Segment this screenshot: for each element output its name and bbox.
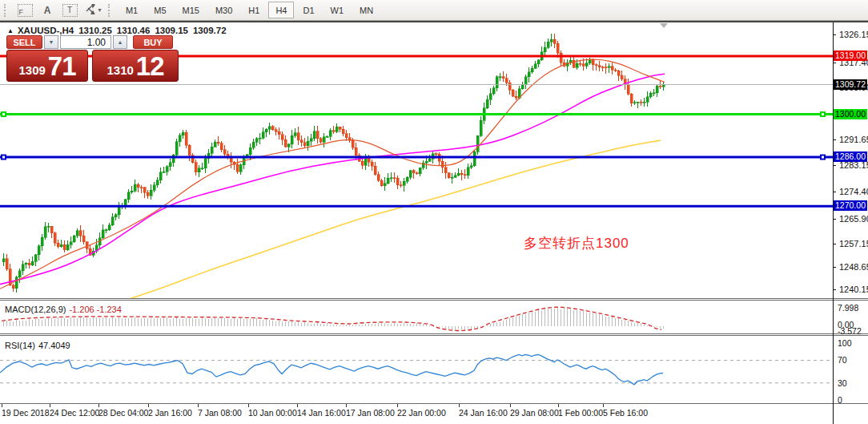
toolbar-grip-2[interactable] xyxy=(108,4,114,17)
fibonacci-tool-icon: F xyxy=(18,4,33,17)
price-tick-label: 1240.15 xyxy=(839,285,868,294)
price-tick-label: 1291.65 xyxy=(839,135,868,144)
timeframe-button-m5[interactable]: M5 xyxy=(147,2,173,18)
symbol-name: XAUUSD-,H4 xyxy=(18,26,74,35)
chart-shift-marker-icon[interactable] xyxy=(660,23,668,28)
time-label: 2 Jan 16:00 xyxy=(148,408,192,418)
text-tool-icon: A xyxy=(44,5,51,16)
toolbar: F A T ▼ M1M5M15M30H1H4D1W1MN xyxy=(0,0,868,21)
sell-button[interactable]: SELL xyxy=(6,35,42,49)
time-label: 19 Dec 2018 xyxy=(2,408,50,418)
price-tick-label: 1326.15 xyxy=(839,30,868,39)
chart-text-annotation[interactable]: 多空转折点1300 xyxy=(524,234,629,252)
price-tick xyxy=(833,63,836,63)
timeframe-button-h4[interactable]: H4 xyxy=(268,2,294,18)
buy-price-pips: 12 xyxy=(136,55,164,79)
timeframe-button-mn[interactable]: MN xyxy=(352,2,380,18)
time-tick xyxy=(148,404,149,407)
arrows-tool-button[interactable]: ▼ xyxy=(84,2,102,18)
time-label: 24 Jan 16:00 xyxy=(459,408,508,418)
hline-1300[interactable] xyxy=(0,111,833,117)
rsi-label: RSI(14)47.4049 xyxy=(5,341,70,350)
price-tick-label: 1274.40 xyxy=(839,187,868,196)
time-tick xyxy=(510,404,511,407)
price-tick xyxy=(833,34,836,35)
price-badge: 1270.00 xyxy=(834,200,867,211)
ma-slow-line xyxy=(119,140,661,298)
text-tool-button[interactable]: A xyxy=(39,2,55,18)
timeframe-button-h1[interactable]: H1 xyxy=(241,2,267,18)
ma-fast-line xyxy=(0,59,665,289)
sell-price-pips: 71 xyxy=(48,55,76,79)
price-tick xyxy=(833,219,836,220)
rsi-line xyxy=(0,355,663,385)
rsi-scale-label: 100 xyxy=(838,338,852,348)
sell-price-main: 1309 xyxy=(18,63,45,79)
time-axis-border xyxy=(0,403,868,404)
time-tick xyxy=(50,404,50,407)
hline-1286[interactable] xyxy=(0,155,833,160)
ohlc-close: 1309.72 xyxy=(193,26,227,35)
ohlc-low: 1309.15 xyxy=(155,26,188,35)
fibonacci-tool-button[interactable]: F xyxy=(17,2,33,18)
panel-separator[interactable] xyxy=(0,300,868,301)
volume-increase-button[interactable]: ▲ xyxy=(113,35,127,49)
time-tick xyxy=(558,404,559,407)
rsi-panel xyxy=(0,336,833,403)
one-click-trading-panel: SELL ▼ 1.00 ▲ BUY 1309 71 1310 12 xyxy=(6,35,179,82)
time-tick xyxy=(98,404,99,407)
time-tick xyxy=(198,404,199,407)
price-badge: 1300.00 xyxy=(834,109,867,119)
timeframe-button-d1[interactable]: D1 xyxy=(295,2,321,18)
macd-scale-label: 7.998 xyxy=(838,303,858,313)
panel-separator[interactable] xyxy=(0,335,868,336)
volume-decrease-button[interactable]: ▼ xyxy=(44,35,58,49)
chart-title: ▲ XAUUSD-,H4 1310.25 1310.46 1309.15 130… xyxy=(7,26,227,35)
panel-separator[interactable] xyxy=(0,298,868,299)
time-tick xyxy=(2,404,2,407)
sell-price-button[interactable]: 1309 71 xyxy=(6,50,88,82)
rsi-value: 47.4049 xyxy=(38,341,70,350)
volume-input[interactable]: 1.00 xyxy=(60,35,111,49)
text-label-tool-button[interactable]: T xyxy=(62,2,78,18)
price-tick-label: 1257.15 xyxy=(839,239,868,248)
mt4-window: F A T ▼ M1M5M15M30H1H4D1W1MN ▲ XAU xyxy=(0,0,868,424)
price-tick xyxy=(833,165,836,166)
time-label: 14 Jan 16:00 xyxy=(297,408,346,418)
time-tick xyxy=(297,404,298,407)
buy-price-button[interactable]: 1310 12 xyxy=(92,50,179,82)
price-tick xyxy=(833,267,836,268)
panel-separator[interactable] xyxy=(0,333,868,334)
macd-label: MACD(12,26,9)-1.206 -1.234 xyxy=(5,305,122,314)
buy-button[interactable]: BUY xyxy=(133,35,173,49)
time-label: 1 Feb 00:00 xyxy=(558,408,603,418)
time-tick xyxy=(459,404,460,407)
timeframe-button-group: M1M5M15M30H1H4D1W1MN xyxy=(118,2,381,18)
chart-area: ▲ XAUUSD-,H4 1310.25 1310.46 1309.15 130… xyxy=(0,21,868,424)
price-tick xyxy=(833,244,836,244)
rsi-scale-label: 0 xyxy=(838,395,842,405)
time-tick xyxy=(603,404,604,407)
time-tick xyxy=(248,404,249,407)
timeframe-button-w1[interactable]: W1 xyxy=(323,2,352,18)
macd-values: -1.206 -1.234 xyxy=(69,305,121,314)
time-label: 29 Jan 08:00 xyxy=(510,408,559,418)
timeframe-button-m1[interactable]: M1 xyxy=(119,2,145,18)
timeframe-button-m15[interactable]: M15 xyxy=(175,2,207,18)
rsi-name: RSI(14) xyxy=(5,341,35,350)
price-tick xyxy=(833,192,836,192)
macd-scale-label: -3.572 xyxy=(838,326,862,336)
price-tick-label: 1248.65 xyxy=(839,262,868,272)
ohlc-open: 1310.25 xyxy=(78,26,112,35)
rsi-scale-label: 30 xyxy=(838,378,847,388)
time-label: 28 Dec 04:00 xyxy=(98,408,148,418)
macd-panel xyxy=(0,301,833,333)
toolbar-grip[interactable] xyxy=(4,4,10,17)
time-label: 5 Feb 16:00 xyxy=(603,408,648,418)
time-label: 7 Jan 08:00 xyxy=(198,408,242,418)
time-label: 10 Jan 00:00 xyxy=(248,408,297,418)
time-label: 17 Jan 08:00 xyxy=(346,408,395,418)
price-badge: 1309.72 xyxy=(834,79,867,90)
timeframe-button-m30[interactable]: M30 xyxy=(208,2,239,18)
arrows-dropdown-icon[interactable]: ▼ xyxy=(97,7,102,13)
